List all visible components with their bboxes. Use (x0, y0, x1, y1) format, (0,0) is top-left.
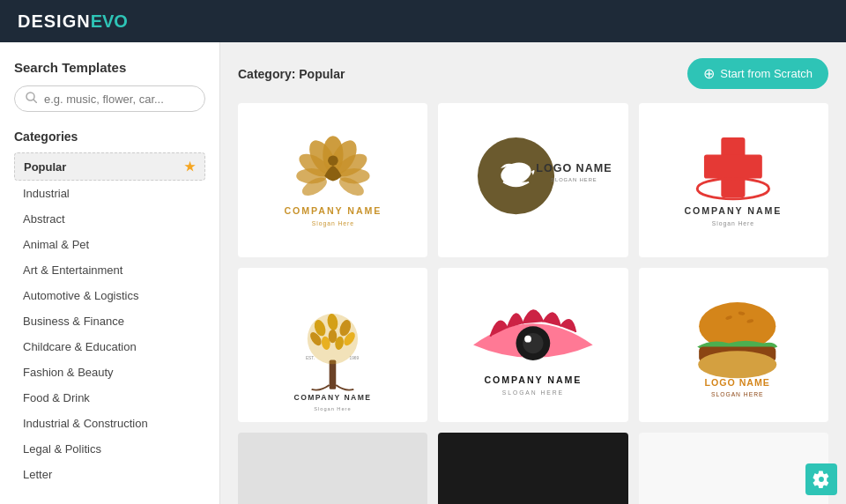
logo-card-5[interactable]: COMPANY NAME SLOGAN HERE (438, 268, 627, 422)
search-box[interactable] (14, 85, 205, 112)
svg-text:COMPANY NAME: COMPANY NAME (294, 393, 372, 402)
sidebar-item-abstract[interactable]: Abstract (14, 206, 205, 232)
gear-button[interactable] (805, 463, 837, 495)
header: DESIGNEVO (0, 0, 846, 42)
sidebar: Search Templates Categories Popular ★ In… (0, 42, 220, 504)
sidebar-item-letter[interactable]: Letter (14, 462, 205, 487)
star-icon: ★ (184, 159, 196, 174)
content-header: Category: Popular ⊕ Start from Scratch (238, 58, 828, 89)
search-input[interactable] (44, 93, 194, 106)
category-label-industrial-construction: Industrial & Construction (23, 417, 148, 430)
svg-point-39 (524, 336, 531, 343)
svg-text:LOGO NAME: LOGO NAME (536, 162, 612, 174)
sidebar-item-art-entertainment[interactable]: Art & Entertainment (14, 257, 205, 283)
category-label-abstract: Abstract (23, 212, 65, 226)
gear-icon (813, 471, 830, 488)
svg-text:COMPANY NAME: COMPANY NAME (284, 205, 382, 216)
category-label-art-entertainment: Art & Entertainment (23, 263, 122, 277)
category-label-automotive-logistics: Automotive & Logistics (23, 289, 139, 302)
svg-text:COMPANY NAME: COMPANY NAME (685, 205, 783, 216)
sidebar-item-legal-politics[interactable]: Legal & Politics (14, 436, 205, 462)
logo-evo: EVO (91, 11, 128, 32)
svg-text:COMPANY NAME: COMPANY NAME (485, 374, 583, 385)
main-layout: Search Templates Categories Popular ★ In… (0, 42, 846, 504)
svg-point-11 (328, 155, 338, 166)
svg-point-38 (523, 333, 543, 353)
svg-rect-19 (704, 154, 762, 178)
sidebar-item-food-drink[interactable]: Food & Drink (14, 385, 205, 411)
svg-point-47 (699, 351, 777, 378)
category-label-fashion-beauty: Fashion & Beauty (23, 366, 114, 379)
logo-card-2[interactable]: LOGO NAME SLOGAN HERE (438, 103, 627, 257)
category-label-industrial: Industrial (23, 187, 70, 200)
logo-card-partial-3[interactable] (639, 433, 828, 504)
logo-card-6[interactable]: LOGO NAME SLOGAN HERE (639, 268, 828, 422)
sidebar-item-business-finance[interactable]: Business & Finance (14, 308, 205, 334)
svg-text:SLOGAN HERE: SLOGAN HERE (551, 177, 597, 182)
search-icon (26, 92, 37, 106)
category-prefix: Category: (238, 67, 295, 81)
start-scratch-label: Start from Scratch (720, 67, 813, 80)
category-label-business-finance: Business & Finance (23, 315, 124, 328)
svg-rect-23 (330, 359, 337, 389)
sidebar-item-popular[interactable]: Popular ★ (14, 152, 205, 181)
sidebar-item-industrial[interactable]: Industrial (14, 181, 205, 206)
sidebar-title: Search Templates (14, 60, 205, 75)
content-area: Category: Popular ⊕ Start from Scratch (220, 42, 846, 504)
start-from-scratch-button[interactable]: ⊕ Start from Scratch (687, 58, 828, 89)
svg-text:Slogan Here: Slogan Here (312, 220, 354, 227)
svg-point-32 (329, 330, 338, 343)
category-label-popular: Popular (24, 160, 66, 174)
sidebar-item-automotive-logistics[interactable]: Automotive & Logistics (14, 283, 205, 308)
categories-title: Categories (14, 130, 205, 144)
svg-text:LOGO NAME: LOGO NAME (705, 377, 770, 388)
svg-text:SLOGAN HERE: SLOGAN HERE (502, 389, 564, 396)
svg-text:1969: 1969 (350, 356, 360, 360)
logo-card-1[interactable]: COMPANY NAME Slogan Here (238, 103, 427, 257)
logo-design: DESIGN (18, 11, 91, 32)
category-label-letter: Letter (23, 468, 52, 481)
logo-card-3[interactable]: COMPANY NAME Slogan Here (639, 103, 828, 257)
logo-card-partial-2[interactable] (438, 433, 627, 504)
svg-text:SLOGAN HERE: SLOGAN HERE (711, 391, 764, 397)
sidebar-item-industrial-construction[interactable]: Industrial & Construction (14, 411, 205, 436)
logo-card-4[interactable]: COMPANY NAME Slogan Here EST. 1969 (238, 268, 427, 422)
sidebar-item-fashion-beauty[interactable]: Fashion & Beauty (14, 359, 205, 385)
svg-text:Slogan Here: Slogan Here (712, 220, 754, 227)
category-label-food-drink: Food & Drink (23, 391, 90, 404)
category-label-childcare-education: Childcare & Education (23, 340, 137, 353)
category-name: Popular (299, 67, 345, 81)
svg-text:Slogan Here: Slogan Here (315, 405, 352, 411)
category-label-legal-politics: Legal & Politics (23, 442, 101, 456)
svg-text:EST.: EST. (306, 356, 315, 360)
logo-grid: COMPANY NAME Slogan Here LOGO NAME SLOGA… (238, 103, 828, 504)
sidebar-item-childcare-education[interactable]: Childcare & Education (14, 334, 205, 359)
svg-line-1 (33, 100, 37, 103)
logo-card-partial-1[interactable] (238, 433, 427, 504)
category-label-display: Category: Popular (238, 67, 345, 81)
plus-circle-icon: ⊕ (703, 65, 715, 82)
sidebar-item-animal-pet[interactable]: Animal & Pet (14, 232, 205, 257)
category-label-animal-pet: Animal & Pet (23, 238, 89, 251)
